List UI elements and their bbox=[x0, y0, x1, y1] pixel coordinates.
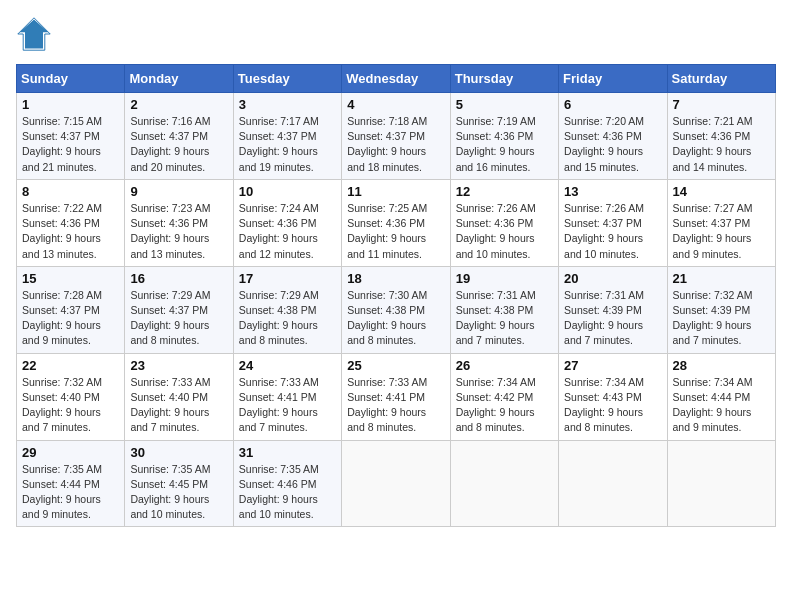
weekday-header: Wednesday bbox=[342, 65, 450, 93]
day-info: Sunrise: 7:24 AM Sunset: 4:36 PM Dayligh… bbox=[239, 201, 336, 262]
day-info: Sunrise: 7:23 AM Sunset: 4:36 PM Dayligh… bbox=[130, 201, 227, 262]
calendar-day-cell: 27Sunrise: 7:34 AM Sunset: 4:43 PM Dayli… bbox=[559, 353, 667, 440]
day-number: 26 bbox=[456, 358, 553, 373]
weekday-header: Thursday bbox=[450, 65, 558, 93]
day-number: 29 bbox=[22, 445, 119, 460]
day-info: Sunrise: 7:15 AM Sunset: 4:37 PM Dayligh… bbox=[22, 114, 119, 175]
calendar-week-row: 8Sunrise: 7:22 AM Sunset: 4:36 PM Daylig… bbox=[17, 179, 776, 266]
day-info: Sunrise: 7:32 AM Sunset: 4:40 PM Dayligh… bbox=[22, 375, 119, 436]
calendar-week-row: 1Sunrise: 7:15 AM Sunset: 4:37 PM Daylig… bbox=[17, 93, 776, 180]
day-info: Sunrise: 7:35 AM Sunset: 4:46 PM Dayligh… bbox=[239, 462, 336, 523]
day-number: 23 bbox=[130, 358, 227, 373]
day-info: Sunrise: 7:34 AM Sunset: 4:44 PM Dayligh… bbox=[673, 375, 770, 436]
calendar-day-cell: 24Sunrise: 7:33 AM Sunset: 4:41 PM Dayli… bbox=[233, 353, 341, 440]
weekday-header: Saturday bbox=[667, 65, 775, 93]
day-number: 1 bbox=[22, 97, 119, 112]
day-info: Sunrise: 7:34 AM Sunset: 4:43 PM Dayligh… bbox=[564, 375, 661, 436]
logo-icon bbox=[16, 16, 52, 52]
calendar-day-cell: 10Sunrise: 7:24 AM Sunset: 4:36 PM Dayli… bbox=[233, 179, 341, 266]
day-info: Sunrise: 7:27 AM Sunset: 4:37 PM Dayligh… bbox=[673, 201, 770, 262]
day-info: Sunrise: 7:21 AM Sunset: 4:36 PM Dayligh… bbox=[673, 114, 770, 175]
day-number: 5 bbox=[456, 97, 553, 112]
calendar-day-cell: 1Sunrise: 7:15 AM Sunset: 4:37 PM Daylig… bbox=[17, 93, 125, 180]
calendar-day-cell: 29Sunrise: 7:35 AM Sunset: 4:44 PM Dayli… bbox=[17, 440, 125, 527]
day-number: 25 bbox=[347, 358, 444, 373]
calendar-week-row: 29Sunrise: 7:35 AM Sunset: 4:44 PM Dayli… bbox=[17, 440, 776, 527]
weekday-header: Sunday bbox=[17, 65, 125, 93]
day-info: Sunrise: 7:33 AM Sunset: 4:41 PM Dayligh… bbox=[239, 375, 336, 436]
day-info: Sunrise: 7:35 AM Sunset: 4:45 PM Dayligh… bbox=[130, 462, 227, 523]
calendar-day-cell: 3Sunrise: 7:17 AM Sunset: 4:37 PM Daylig… bbox=[233, 93, 341, 180]
calendar-day-cell: 22Sunrise: 7:32 AM Sunset: 4:40 PM Dayli… bbox=[17, 353, 125, 440]
calendar-day-cell: 14Sunrise: 7:27 AM Sunset: 4:37 PM Dayli… bbox=[667, 179, 775, 266]
weekday-header: Monday bbox=[125, 65, 233, 93]
calendar-day-cell: 13Sunrise: 7:26 AM Sunset: 4:37 PM Dayli… bbox=[559, 179, 667, 266]
day-number: 31 bbox=[239, 445, 336, 460]
calendar-day-cell: 8Sunrise: 7:22 AM Sunset: 4:36 PM Daylig… bbox=[17, 179, 125, 266]
day-number: 24 bbox=[239, 358, 336, 373]
calendar-day-cell: 20Sunrise: 7:31 AM Sunset: 4:39 PM Dayli… bbox=[559, 266, 667, 353]
calendar-day-cell: 21Sunrise: 7:32 AM Sunset: 4:39 PM Dayli… bbox=[667, 266, 775, 353]
logo bbox=[16, 16, 56, 52]
day-number: 28 bbox=[673, 358, 770, 373]
calendar-day-cell: 15Sunrise: 7:28 AM Sunset: 4:37 PM Dayli… bbox=[17, 266, 125, 353]
day-number: 4 bbox=[347, 97, 444, 112]
calendar-day-cell: 2Sunrise: 7:16 AM Sunset: 4:37 PM Daylig… bbox=[125, 93, 233, 180]
day-number: 14 bbox=[673, 184, 770, 199]
calendar-table: SundayMondayTuesdayWednesdayThursdayFrid… bbox=[16, 64, 776, 527]
day-number: 17 bbox=[239, 271, 336, 286]
day-info: Sunrise: 7:17 AM Sunset: 4:37 PM Dayligh… bbox=[239, 114, 336, 175]
day-info: Sunrise: 7:28 AM Sunset: 4:37 PM Dayligh… bbox=[22, 288, 119, 349]
calendar-day-cell: 25Sunrise: 7:33 AM Sunset: 4:41 PM Dayli… bbox=[342, 353, 450, 440]
calendar-day-cell: 19Sunrise: 7:31 AM Sunset: 4:38 PM Dayli… bbox=[450, 266, 558, 353]
day-number: 22 bbox=[22, 358, 119, 373]
calendar-day-cell: 17Sunrise: 7:29 AM Sunset: 4:38 PM Dayli… bbox=[233, 266, 341, 353]
calendar-day-cell: 12Sunrise: 7:26 AM Sunset: 4:36 PM Dayli… bbox=[450, 179, 558, 266]
day-info: Sunrise: 7:22 AM Sunset: 4:36 PM Dayligh… bbox=[22, 201, 119, 262]
day-info: Sunrise: 7:31 AM Sunset: 4:39 PM Dayligh… bbox=[564, 288, 661, 349]
calendar-day-cell bbox=[559, 440, 667, 527]
day-number: 30 bbox=[130, 445, 227, 460]
day-info: Sunrise: 7:29 AM Sunset: 4:37 PM Dayligh… bbox=[130, 288, 227, 349]
day-info: Sunrise: 7:16 AM Sunset: 4:37 PM Dayligh… bbox=[130, 114, 227, 175]
day-info: Sunrise: 7:19 AM Sunset: 4:36 PM Dayligh… bbox=[456, 114, 553, 175]
day-number: 19 bbox=[456, 271, 553, 286]
day-number: 27 bbox=[564, 358, 661, 373]
day-info: Sunrise: 7:30 AM Sunset: 4:38 PM Dayligh… bbox=[347, 288, 444, 349]
day-number: 12 bbox=[456, 184, 553, 199]
day-number: 16 bbox=[130, 271, 227, 286]
day-number: 11 bbox=[347, 184, 444, 199]
day-number: 20 bbox=[564, 271, 661, 286]
calendar-day-cell: 6Sunrise: 7:20 AM Sunset: 4:36 PM Daylig… bbox=[559, 93, 667, 180]
day-info: Sunrise: 7:32 AM Sunset: 4:39 PM Dayligh… bbox=[673, 288, 770, 349]
day-number: 7 bbox=[673, 97, 770, 112]
weekday-header: Tuesday bbox=[233, 65, 341, 93]
weekday-header: Friday bbox=[559, 65, 667, 93]
calendar-body: 1Sunrise: 7:15 AM Sunset: 4:37 PM Daylig… bbox=[17, 93, 776, 527]
day-info: Sunrise: 7:18 AM Sunset: 4:37 PM Dayligh… bbox=[347, 114, 444, 175]
calendar-day-cell: 28Sunrise: 7:34 AM Sunset: 4:44 PM Dayli… bbox=[667, 353, 775, 440]
calendar-week-row: 15Sunrise: 7:28 AM Sunset: 4:37 PM Dayli… bbox=[17, 266, 776, 353]
day-number: 3 bbox=[239, 97, 336, 112]
calendar-day-cell: 26Sunrise: 7:34 AM Sunset: 4:42 PM Dayli… bbox=[450, 353, 558, 440]
day-number: 8 bbox=[22, 184, 119, 199]
calendar-day-cell: 16Sunrise: 7:29 AM Sunset: 4:37 PM Dayli… bbox=[125, 266, 233, 353]
day-info: Sunrise: 7:29 AM Sunset: 4:38 PM Dayligh… bbox=[239, 288, 336, 349]
calendar-day-cell bbox=[450, 440, 558, 527]
day-info: Sunrise: 7:25 AM Sunset: 4:36 PM Dayligh… bbox=[347, 201, 444, 262]
day-number: 10 bbox=[239, 184, 336, 199]
day-info: Sunrise: 7:31 AM Sunset: 4:38 PM Dayligh… bbox=[456, 288, 553, 349]
calendar-day-cell: 30Sunrise: 7:35 AM Sunset: 4:45 PM Dayli… bbox=[125, 440, 233, 527]
calendar-day-cell: 9Sunrise: 7:23 AM Sunset: 4:36 PM Daylig… bbox=[125, 179, 233, 266]
calendar-day-cell: 11Sunrise: 7:25 AM Sunset: 4:36 PM Dayli… bbox=[342, 179, 450, 266]
page-header bbox=[16, 16, 776, 52]
day-info: Sunrise: 7:35 AM Sunset: 4:44 PM Dayligh… bbox=[22, 462, 119, 523]
calendar-day-cell: 31Sunrise: 7:35 AM Sunset: 4:46 PM Dayli… bbox=[233, 440, 341, 527]
calendar-day-cell bbox=[667, 440, 775, 527]
day-number: 15 bbox=[22, 271, 119, 286]
day-info: Sunrise: 7:33 AM Sunset: 4:41 PM Dayligh… bbox=[347, 375, 444, 436]
day-number: 21 bbox=[673, 271, 770, 286]
day-info: Sunrise: 7:26 AM Sunset: 4:37 PM Dayligh… bbox=[564, 201, 661, 262]
day-info: Sunrise: 7:33 AM Sunset: 4:40 PM Dayligh… bbox=[130, 375, 227, 436]
day-info: Sunrise: 7:20 AM Sunset: 4:36 PM Dayligh… bbox=[564, 114, 661, 175]
